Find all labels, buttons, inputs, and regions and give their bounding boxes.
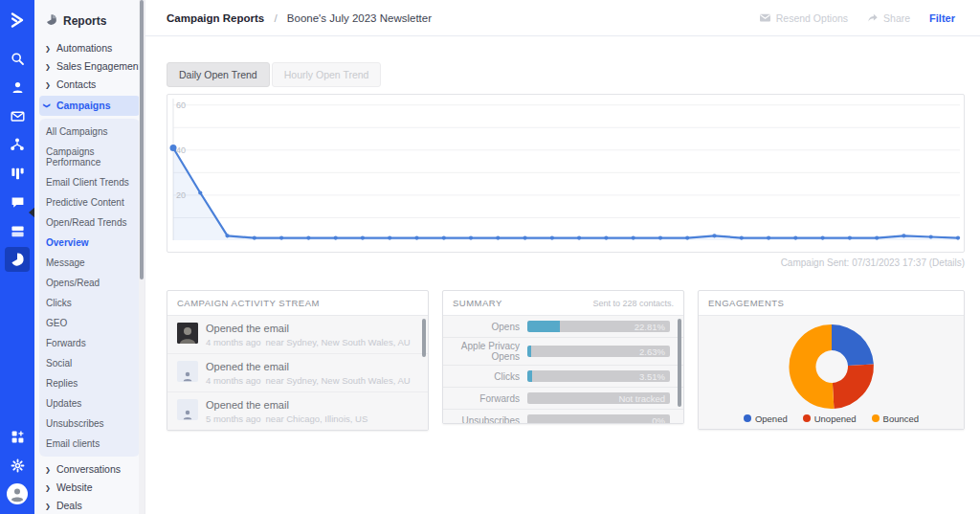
sidebar-item-forwards[interactable]: Forwards <box>39 333 140 353</box>
contact-person-icon <box>177 399 198 420</box>
summary-value: 3.51% <box>639 371 665 382</box>
sidebar-scrollbar[interactable] <box>139 0 145 514</box>
activity-panel-title: CAMPAIGN ACTIVITY STREAM <box>177 298 320 308</box>
summary-bar-track[interactable]: 2.63% <box>527 346 670 357</box>
contacts-icon[interactable] <box>5 75 30 100</box>
activity-text: Opened the email5 months agonear Chicago… <box>206 399 368 424</box>
campaigns-email-icon[interactable] <box>5 103 30 128</box>
sidebar-item-all-campaigns[interactable]: All Campaigns <box>39 122 140 142</box>
settings-gear-icon[interactable] <box>5 453 30 478</box>
sidebar-item-unsubscribes[interactable]: Unsubscribes <box>39 413 140 434</box>
activity-row[interactable]: Opened the email4 months agonear Sydney,… <box>167 316 428 354</box>
sidebar-item-label: Sales Engagement <box>56 60 142 73</box>
activity-meta: 4 months agonear Sydney, New South Wales… <box>206 375 411 386</box>
activity-row[interactable]: Opened the email4 months agonear Sydney,… <box>167 354 428 392</box>
sidebar-item-geo[interactable]: GEO <box>39 313 140 333</box>
engagements-panel: ENGAGEMENTS OpenedUnopenedBounced <box>698 290 965 430</box>
open-trend-chart-card: 204060 <box>167 94 965 253</box>
summary-label: Opens <box>443 322 527 332</box>
sidebar-item-opens-read[interactable]: Opens/Read <box>39 273 140 293</box>
tab-hourly-open-trend[interactable]: Hourly Open Trend <box>272 62 382 87</box>
sidebar-item-label: Website <box>56 481 93 494</box>
breadcrumb-section[interactable]: Campaign Reports <box>167 12 264 24</box>
automations-icon[interactable] <box>5 132 30 157</box>
sent-to-contacts-note: Sent to 228 contacts. <box>592 299 674 308</box>
summary-panel-body: Opens22.81%Apple Privacy Opens2.63%Click… <box>443 316 683 423</box>
chevron-down-icon: ❯ <box>41 103 54 109</box>
sidebar-item-message[interactable]: Message <box>39 253 140 273</box>
sidebar-item-conversations[interactable]: ❯Conversations <box>34 460 145 479</box>
app-root: Reports ❯Automations❯Sales Engagement❯Co… <box>0 0 980 514</box>
sidebar-item-automations[interactable]: ❯Automations <box>34 39 145 57</box>
sidebar-item-replies[interactable]: Replies <box>39 373 140 393</box>
donut-slice-unopened[interactable] <box>832 364 873 408</box>
activecampaign-logo-icon[interactable] <box>5 8 30 33</box>
account-avatar[interactable] <box>5 481 30 506</box>
engagements-panel-header: ENGAGEMENTS <box>699 291 964 316</box>
main-area: Campaign Reports / Boone's July 2023 New… <box>145 0 980 514</box>
filter-button[interactable]: Filter <box>929 12 955 24</box>
sidebar-item-contacts[interactable]: ❯Contacts <box>34 76 145 94</box>
summary-bar-track[interactable]: Not tracked <box>527 392 670 404</box>
bottom-panels: CAMPAIGN ACTIVITY STREAM Opened the emai… <box>167 290 965 431</box>
sidebar-scrollbar-thumb[interactable] <box>140 0 144 279</box>
sidebar-item-social[interactable]: Social <box>39 353 140 373</box>
share-button[interactable]: Share <box>867 12 910 24</box>
summary-bar-track[interactable]: 22.81% <box>527 321 670 332</box>
summary-bar-track[interactable]: 3.51% <box>527 370 670 382</box>
engagements-panel-title: ENGAGEMENTS <box>708 298 784 308</box>
search-icon[interactable] <box>5 46 30 71</box>
sidebar-item-website[interactable]: ❯Website <box>34 479 145 497</box>
summary-value: 0% <box>652 415 665 423</box>
lists-forms-icon[interactable] <box>5 218 30 243</box>
open-trend-line-chart[interactable]: 204060 <box>167 95 964 252</box>
sidebar-item-deals[interactable]: ❯Deals <box>34 497 145 514</box>
activity-panel-body[interactable]: Opened the email4 months agonear Sydney,… <box>167 316 428 430</box>
sidebar-item-label: Contacts <box>56 78 96 91</box>
deals-pipeline-icon[interactable] <box>5 161 30 186</box>
details-link[interactable]: (Details) <box>929 257 965 268</box>
breadcrumb-page-title: Boone's July 2023 Newsletter <box>287 12 432 24</box>
campaign-sent-line: Campaign Sent: 07/31/2023 17:37 (Details… <box>167 257 965 268</box>
chevron-right-icon: ❯ <box>45 500 51 512</box>
sidebar-item-updates[interactable]: Updates <box>39 393 140 413</box>
sidebar-item-email-client-trends[interactable]: Email Client Trends <box>39 172 140 192</box>
sidebar-item-campaigns-performance[interactable]: Campaigns Performance <box>39 142 140 172</box>
sidebar-item-sales-engagement[interactable]: ❯Sales Engagement <box>34 57 145 76</box>
summary-bar-fill <box>527 321 560 332</box>
sidebar-item-overview[interactable]: Overview <box>39 233 140 253</box>
summary-scrollbar-thumb[interactable] <box>678 319 681 407</box>
reports-pie-small-icon <box>45 12 57 30</box>
activity-time: 4 months ago <box>206 337 261 347</box>
sidebar-item-clicks[interactable]: Clicks <box>39 293 140 313</box>
legend-item-unopened[interactable]: Unopened <box>803 413 857 424</box>
activity-location: near Sydney, New South Wales, AU <box>266 375 411 386</box>
summary-bar-track[interactable]: 0% <box>527 414 670 423</box>
conversations-icon[interactable] <box>5 190 30 214</box>
legend-label: Opened <box>755 413 788 424</box>
summary-row-forwards: ForwardsNot tracked <box>443 388 683 410</box>
apps-add-icon[interactable] <box>5 424 30 449</box>
donut-slice-opened[interactable] <box>832 324 874 366</box>
summary-row-opens: Opens22.81% <box>443 316 683 338</box>
sidebar-item-label: Automations <box>56 42 112 55</box>
engagements-donut-chart[interactable] <box>736 322 927 410</box>
engagements-panel-body: OpenedUnopenedBounced <box>699 316 964 429</box>
summary-panel-header: SUMMARY Sent to 228 contacts. <box>443 291 683 316</box>
sidebar-item-predictive-content[interactable]: Predictive Content <box>39 192 140 212</box>
resend-options-button[interactable]: Resend Options <box>759 11 848 24</box>
envelope-icon <box>759 11 771 24</box>
legend-item-bounced[interactable]: Bounced <box>872 413 920 424</box>
tab-daily-open-trend[interactable]: Daily Open Trend <box>167 62 270 87</box>
chevron-right-icon: ❯ <box>45 463 51 476</box>
engagements-legend: OpenedUnopenedBounced <box>744 413 919 424</box>
sidebar-item-campaigns[interactable]: ❯Campaigns <box>39 96 140 116</box>
activity-row[interactable]: Opened the email5 months agonear Chicago… <box>167 392 428 430</box>
reports-pie-icon[interactable] <box>5 247 30 272</box>
sidebar-item-email-clients[interactable]: Email clients <box>39 434 140 454</box>
activity-scrollbar-thumb[interactable] <box>422 319 426 357</box>
donut-slice-bounced[interactable] <box>789 324 834 408</box>
legend-item-opened[interactable]: Opened <box>744 413 788 424</box>
sidebar-item-open-read-trends[interactable]: Open/Read Trends <box>39 212 140 233</box>
chevron-right-icon: ❯ <box>45 481 51 494</box>
